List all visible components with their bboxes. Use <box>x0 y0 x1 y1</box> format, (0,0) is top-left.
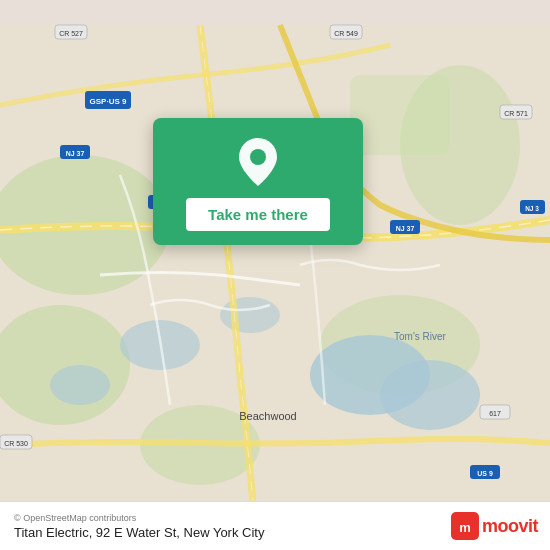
svg-text:CR 527: CR 527 <box>59 30 83 37</box>
map-background: GSP·US 9 NJ 37 NJ 37 NJ 37 CR 527 CR 549… <box>0 0 550 550</box>
map-container: GSP·US 9 NJ 37 NJ 37 NJ 37 CR 527 CR 549… <box>0 0 550 550</box>
svg-text:CR 530: CR 530 <box>4 440 28 447</box>
svg-text:US 9: US 9 <box>477 470 493 477</box>
svg-text:CR 549: CR 549 <box>334 30 358 37</box>
bottom-bar: © OpenStreetMap contributors Titan Elect… <box>0 501 550 550</box>
bottom-left: © OpenStreetMap contributors Titan Elect… <box>14 513 264 540</box>
svg-text:NJ 37: NJ 37 <box>66 150 85 157</box>
svg-text:NJ 3: NJ 3 <box>525 205 539 212</box>
svg-point-8 <box>380 360 480 430</box>
map-pin-icon <box>236 136 280 188</box>
svg-point-10 <box>50 365 110 405</box>
svg-text:NJ 37: NJ 37 <box>396 225 415 232</box>
moovit-brand-text: moovit <box>482 516 538 537</box>
svg-text:Tom's River: Tom's River <box>394 331 447 342</box>
svg-text:617: 617 <box>489 410 501 417</box>
svg-text:CR 571: CR 571 <box>504 110 528 117</box>
svg-text:GSP·US 9: GSP·US 9 <box>90 97 127 106</box>
osm-credit: © OpenStreetMap contributors <box>14 513 264 523</box>
svg-point-36 <box>250 149 266 165</box>
svg-rect-6 <box>350 75 450 155</box>
svg-text:m: m <box>459 520 471 535</box>
take-me-there-button[interactable]: Take me there <box>186 198 330 231</box>
moovit-logo: m moovit <box>451 512 538 540</box>
location-address: Titan Electric, 92 E Water St, New York … <box>14 525 264 540</box>
location-card: Take me there <box>153 118 363 245</box>
moovit-icon: m <box>451 512 479 540</box>
svg-point-11 <box>220 297 280 333</box>
svg-text:Beachwood: Beachwood <box>239 410 297 422</box>
